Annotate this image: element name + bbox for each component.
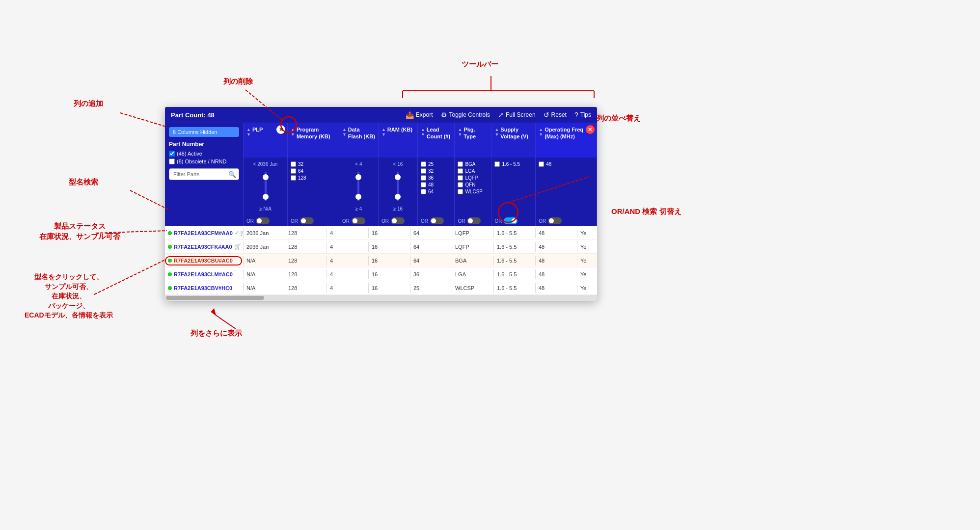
df-toggle-switch[interactable] (352, 217, 365, 224)
delete-freq-button[interactable]: ✕ (586, 125, 595, 134)
df-cell-3: 4 (327, 256, 369, 265)
cart-icon-2[interactable]: 🛒 (234, 243, 241, 250)
pm-cell-2: 128 (285, 242, 327, 252)
part-icons-2: 🛒 (234, 243, 241, 250)
sv-toggle-switch[interactable] (504, 217, 517, 224)
pkg-bga-checkbox[interactable] (458, 161, 463, 167)
df-thumb-top[interactable] (355, 174, 361, 180)
scrollbar-thumb[interactable] (166, 296, 264, 300)
full-screen-button[interactable]: ⤢ Full Screen (498, 111, 536, 119)
tips-button[interactable]: ? Tips (574, 111, 591, 119)
pm-cell-5: 128 (285, 283, 327, 293)
status-dot-5 (168, 286, 172, 290)
pkg-bga-item: BGA (458, 161, 488, 167)
pkg-type-filter-area: BGA LGA LQFP QFN (455, 158, 491, 215)
pm-128-checkbox[interactable] (291, 175, 296, 181)
ram-toggle-switch[interactable] (391, 217, 405, 224)
supply-voltage-sort-arrows[interactable]: ▲▼ (494, 127, 499, 137)
pm-64-checkbox[interactable] (291, 168, 296, 174)
lc-25-item: 25 (421, 161, 452, 167)
lc-32-checkbox[interactable] (421, 168, 426, 174)
pkg-lga-checkbox[interactable] (458, 168, 463, 174)
df-or-label: OR (342, 218, 350, 224)
pm-32-label: 32 (298, 161, 303, 167)
lc-toggle-switch[interactable] (430, 217, 444, 224)
extra-cell-4: Ye (577, 269, 597, 279)
pm-32-checkbox[interactable] (291, 161, 296, 167)
plp-thumb-bottom[interactable] (263, 194, 269, 200)
annotation-or-and: OR/AND 検索 切替え (611, 206, 681, 216)
lc-36-checkbox[interactable] (421, 175, 426, 181)
reset-button[interactable]: ↺ Reset (544, 111, 567, 119)
cart-icon-1[interactable]: 🛒 (240, 230, 244, 236)
df-thumb-bottom[interactable] (355, 194, 361, 200)
pm-or-label: OR (291, 218, 298, 224)
pkg-qfn-item: QFN (458, 182, 488, 187)
pm-toggle-switch[interactable] (300, 217, 314, 224)
plp-sort-arrows[interactable]: ▲▼ (246, 127, 251, 137)
sv-cell-3: 1.6 - 5.5 (494, 256, 536, 265)
pkg-type-sort-arrows[interactable]: ▲▼ (458, 127, 462, 137)
supply-voltage-or-toggle: OR (491, 215, 535, 226)
obsolete-checkbox[interactable] (169, 159, 175, 164)
plp-filter-area: < 2036 Jan ≥ N/A (244, 158, 287, 215)
ram-sort-arrows[interactable]: ▲▼ (381, 127, 386, 137)
col-header-pkg-type: ▲▼ Pkg. Type (455, 123, 491, 158)
pkg-qfn-checkbox[interactable] (458, 182, 463, 187)
freq-48-checkbox[interactable] (539, 161, 544, 167)
pkg-type-checkboxes: BGA LGA LQFP QFN (458, 161, 488, 194)
svg-marker-10 (211, 308, 216, 315)
part-link-5[interactable]: R7FA2E1A93CBV#HC0 (174, 285, 232, 291)
freq-cell-4: 48 (536, 269, 577, 279)
plp-or-label: OR (246, 218, 254, 224)
pkg-wlcsp-checkbox[interactable] (458, 189, 463, 194)
ram-or-label: OR (381, 218, 389, 224)
lc-48-checkbox[interactable] (421, 182, 426, 187)
df-cell-4: 4 (327, 269, 369, 279)
delete-plp-button[interactable]: ✕ (276, 125, 285, 134)
annotation-add-column: 列の追加 (74, 98, 103, 108)
part-link-3[interactable]: R7FA2E1A93CBU#AC0 (174, 258, 233, 264)
table-row: R7FA2E1A93CFK#AA0 🛒 2036 Jan 128 4 16 64… (165, 240, 597, 254)
ram-cell-5: 16 (369, 283, 410, 293)
operating-freq-sort-arrows[interactable]: ▲▼ (539, 127, 543, 137)
freq-toggle-switch[interactable] (548, 217, 562, 224)
search-box: 🔍 (169, 168, 239, 180)
operating-freq-checkboxes: 48 (539, 161, 594, 167)
columns-area: ▲▼ PLP ✕ < 2036 Jan ≥ N/A OR (244, 123, 597, 226)
part-link-1[interactable]: R7FA2E1A93CFM#AA0 (174, 230, 233, 236)
pkg-cell-2: LQFP (452, 242, 494, 252)
lc-25-label: 25 (428, 161, 434, 167)
plp-thumb-top[interactable] (263, 174, 269, 180)
program-memory-sort-arrows[interactable]: ▲▼ (291, 127, 295, 137)
pm-128-item: 128 (291, 175, 336, 181)
ram-thumb-top[interactable] (395, 174, 401, 180)
sv-cell-5: 1.6 - 5.5 (494, 283, 536, 293)
part-link-4[interactable]: R7FA2E1A93CLM#AC0 (174, 271, 233, 277)
pm-cell-1: 128 (285, 228, 327, 238)
export-button[interactable]: 📤 Export (406, 111, 433, 119)
lc-36-label: 36 (428, 175, 434, 181)
pkg-toggle-switch[interactable] (467, 217, 481, 224)
sv-checkbox[interactable] (494, 161, 500, 167)
columns-hidden-button[interactable]: 6 Columns Hidden (169, 127, 239, 137)
ram-thumb-bottom[interactable] (395, 194, 401, 200)
plp-toggle-switch[interactable] (256, 217, 270, 224)
part-link-2[interactable]: R7FA2E1A93CFK#AA0 (174, 244, 232, 250)
freq-or-label: OR (539, 218, 546, 224)
ram-cell-3: 16 (369, 256, 410, 265)
data-flash-sort-arrows[interactable]: ▲▼ (342, 127, 347, 137)
lc-64-checkbox[interactable] (421, 189, 426, 194)
supply-voltage-checkboxes: 1.6 - 5.5 (494, 161, 532, 167)
search-icon: 🔍 (228, 171, 236, 178)
lead-count-sort-arrows[interactable]: ▲▼ (421, 127, 425, 137)
pkg-lqfp-checkbox[interactable] (458, 175, 463, 181)
data-rows: R7FA2E1A93CFM#AA0 ✓ 🛒 2036 Jan 128 4 16 … (165, 226, 597, 301)
data-flash-filter-area: < 4 ≥ 4 (339, 158, 378, 215)
plp-slider-track (265, 172, 267, 201)
sv-label: 1.6 - 5.5 (502, 161, 520, 167)
lc-25-checkbox[interactable] (421, 161, 426, 167)
toggle-controls-button[interactable]: ⚙ Toggle Controls (441, 111, 490, 119)
obsolete-label: (8) Obsolete / NRND (177, 159, 226, 164)
active-checkbox[interactable] (169, 151, 175, 157)
